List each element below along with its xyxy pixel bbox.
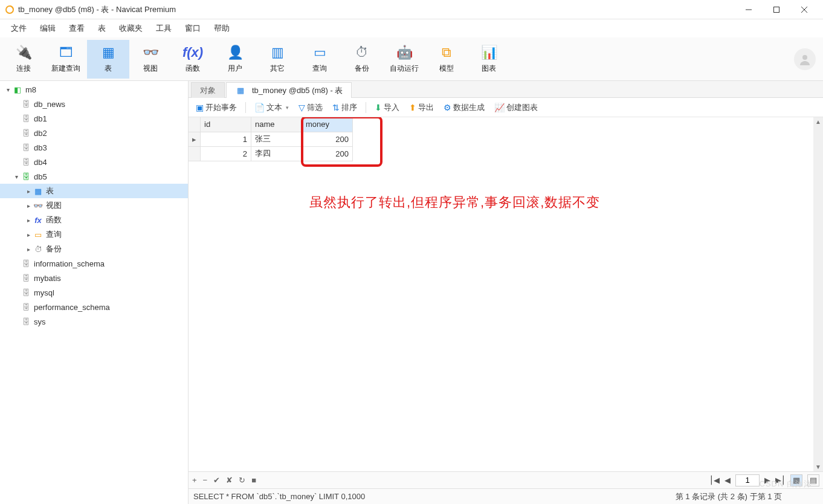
cell[interactable]: 2 (201, 146, 251, 161)
cell[interactable]: 张三 (251, 132, 302, 146)
form-view-toggle[interactable]: ▤ (807, 474, 819, 486)
tree-views[interactable]: ▸👓视图 (0, 198, 188, 213)
ribbon-function[interactable]: f(x)函数 (172, 40, 214, 79)
delete-row-button[interactable]: − (203, 476, 208, 485)
vertical-scrollbar[interactable]: ▲ ▼ (813, 117, 823, 471)
toolbar-create-chart[interactable]: 📈创建图表 (491, 100, 541, 115)
ribbon-query[interactable]: ▭查询 (299, 40, 341, 79)
tree-backup[interactable]: ▸⏱备份 (0, 242, 188, 256)
tree-db[interactable]: 🗄db4 (0, 155, 188, 169)
cell[interactable]: 200 (302, 146, 353, 161)
ribbon-other[interactable]: ▥其它 (256, 40, 299, 79)
database-icon: 🗄 (21, 143, 31, 152)
table-icon: ▦ (235, 86, 246, 95)
toolbar-begin-txn[interactable]: ▣开始事务 (192, 100, 240, 115)
tabstrip: 对象 ▦tb_money @db5 (m8) - 表 (189, 81, 823, 98)
ribbon-user[interactable]: 👤用户 (214, 40, 256, 79)
ribbon-newquery[interactable]: 🗔新建查询 (45, 40, 87, 79)
grid-view-toggle[interactable]: ▦ (790, 474, 802, 486)
tab-objects[interactable]: 对象 (191, 82, 225, 98)
tree-db[interactable]: 🗄performance_schema (0, 300, 188, 314)
database-icon: 🗄 (21, 100, 31, 109)
menu-file[interactable]: 文件 (5, 21, 33, 36)
menu-tools[interactable]: 工具 (150, 21, 178, 36)
minimize-button[interactable] (735, 0, 763, 19)
toolbar-text[interactable]: 📄文本 (251, 100, 292, 115)
other-icon: ▥ (269, 44, 286, 61)
toolbar-sort[interactable]: ⇅排序 (329, 100, 361, 115)
menu-help[interactable]: 帮助 (208, 21, 236, 36)
close-button[interactable] (790, 0, 818, 19)
table-row[interactable]: 2 李四 200 (189, 146, 353, 161)
text-icon: 📄 (254, 103, 265, 112)
user-avatar[interactable] (794, 48, 816, 70)
database-open-icon: 🗄 (21, 172, 31, 181)
col-id[interactable]: id (201, 117, 251, 132)
import-icon: ⬇ (375, 103, 382, 112)
page-input[interactable] (735, 474, 760, 486)
ribbon-auto[interactable]: 🤖自动运行 (383, 40, 425, 79)
grid-toolbar: ▣开始事务 📄文本 ▽筛选 ⇅排序 ⬇导入 ⬆导出 ⚙数据生成 📈创建图表 (189, 98, 823, 117)
toolbar-filter[interactable]: ▽筛选 (295, 100, 326, 115)
col-name[interactable]: name (251, 117, 302, 132)
tree-queries[interactable]: ▸▭查询 (0, 227, 188, 242)
cell[interactable]: 1 (201, 132, 251, 146)
menu-edit[interactable]: 编辑 (34, 21, 62, 36)
ribbon-backup[interactable]: ⏱备份 (341, 40, 383, 79)
col-money[interactable]: money (302, 117, 353, 132)
tree-db[interactable]: 🗄db2 (0, 126, 188, 140)
next-page-button[interactable]: ▶ (764, 476, 770, 485)
ribbon-view[interactable]: 👓视图 (129, 40, 172, 79)
last-page-button[interactable]: ▶⎮ (775, 476, 786, 485)
sort-icon: ⇅ (332, 103, 340, 112)
tree-db[interactable]: 🗄db1 (0, 111, 188, 126)
ribbon-model[interactable]: ⧉模型 (425, 40, 468, 79)
tree-db[interactable]: 🗄sys (0, 314, 188, 329)
tree-connection[interactable]: ▾ ◧ m8 (0, 82, 188, 97)
chart-icon: 📈 (494, 103, 505, 112)
tree-tables[interactable]: ▸▦表 (0, 184, 188, 198)
grid-footer: + − ✔ ✘ ↻ ■ ⎮◀ ◀ ▶ ▶⎮ ▦ ▤ (189, 471, 823, 488)
ribbon-chart[interactable]: 📊图表 (468, 40, 510, 79)
toolbar-import[interactable]: ⬇导入 (371, 100, 403, 115)
cell[interactable]: 李四 (251, 146, 302, 161)
commit-button[interactable]: ✔ (213, 476, 220, 485)
tree-db[interactable]: 🗄db_news (0, 97, 188, 111)
tab-tbmoney[interactable]: ▦tb_money @db5 (m8) - 表 (226, 82, 352, 98)
tree-db[interactable]: 🗄db3 (0, 140, 188, 155)
cell[interactable]: 200 (302, 132, 353, 146)
ribbon-table[interactable]: ▦表 (87, 40, 129, 79)
scroll-down-icon[interactable]: ▼ (814, 462, 822, 471)
datagrid[interactable]: id name money ▸ 1 张三 200 2 李四 (189, 117, 823, 471)
table-row[interactable]: ▸ 1 张三 200 (189, 132, 353, 146)
stop-button[interactable]: ■ (251, 476, 256, 485)
query-icon: ▭ (311, 44, 328, 61)
toolbar-datagen[interactable]: ⚙数据生成 (440, 100, 488, 115)
tree-db[interactable]: 🗄mybatis (0, 271, 188, 285)
toolbar-export[interactable]: ⬆导出 (405, 100, 437, 115)
database-icon: 🗄 (21, 274, 31, 283)
menu-table[interactable]: 表 (92, 21, 112, 36)
ribbon-connect[interactable]: 🔌连接 (2, 40, 45, 79)
chevron-right-icon: ▸ (24, 217, 33, 224)
database-icon: 🗄 (21, 317, 31, 326)
maximize-button[interactable] (763, 0, 790, 19)
chevron-right-icon: ▸ (24, 246, 33, 253)
menu-window[interactable]: 窗口 (179, 21, 207, 36)
menu-view[interactable]: 查看 (63, 21, 91, 36)
connection-tree[interactable]: ▾ ◧ m8 🗄db_news 🗄db1 🗄db2 🗄db3 🗄db4 ▾🗄db… (0, 81, 189, 504)
refresh-button[interactable]: ↻ (239, 476, 245, 485)
cancel-button[interactable]: ✘ (226, 476, 233, 485)
tree-functions[interactable]: ▸fx函数 (0, 213, 188, 227)
scroll-up-icon[interactable]: ▲ (814, 117, 822, 126)
current-row-marker: ▸ (189, 132, 201, 146)
plug-icon: 🔌 (15, 44, 32, 61)
tree-db[interactable]: 🗄mysql (0, 285, 188, 300)
add-row-button[interactable]: + (192, 476, 197, 485)
datagen-icon: ⚙ (444, 103, 451, 112)
first-page-button[interactable]: ⎮◀ (709, 476, 720, 485)
tree-db[interactable]: 🗄information_schema (0, 256, 188, 271)
prev-page-button[interactable]: ◀ (725, 476, 731, 485)
menu-fav[interactable]: 收藏夹 (113, 21, 149, 36)
tree-db-open[interactable]: ▾🗄db5 (0, 169, 188, 184)
